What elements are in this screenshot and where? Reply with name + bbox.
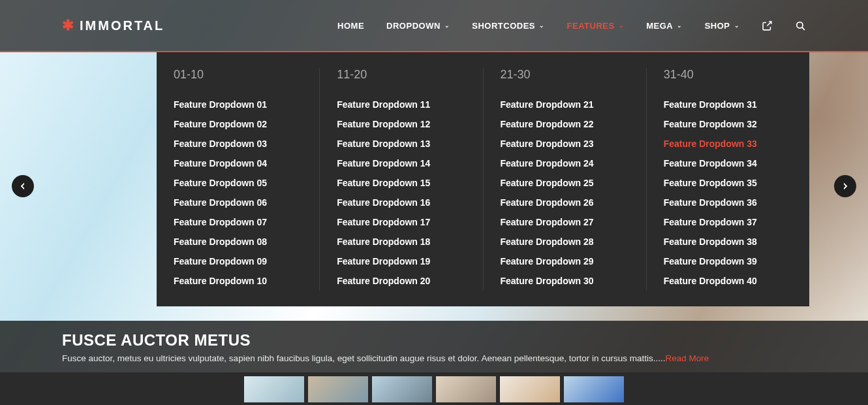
mega-menu-item[interactable]: Feature Dropdown 19 <box>337 251 465 271</box>
mega-menu-item[interactable]: Feature Dropdown 35 <box>664 173 792 193</box>
chevron-down-icon: ⌄ <box>619 22 625 29</box>
mega-menu-item[interactable]: Feature Dropdown 01 <box>174 95 302 114</box>
nav-mega[interactable]: MEGA ⌄ <box>646 21 683 31</box>
brand-name: IMMORTAL <box>80 18 164 33</box>
mega-menu-item[interactable]: Feature Dropdown 21 <box>501 95 629 114</box>
mega-menu-item[interactable]: Feature Dropdown 11 <box>337 95 465 114</box>
mega-menu-item[interactable]: Feature Dropdown 24 <box>501 154 629 173</box>
search-icon[interactable] <box>795 20 806 31</box>
features-mega-menu: 01-10Feature Dropdown 01Feature Dropdown… <box>157 52 809 306</box>
nav-dropdown[interactable]: DROPDOWN ⌄ <box>386 21 450 31</box>
thumbnail[interactable] <box>564 376 624 402</box>
mega-menu-item[interactable]: Feature Dropdown 09 <box>174 251 302 271</box>
mega-menu-item[interactable]: Feature Dropdown 18 <box>337 232 465 251</box>
chevron-down-icon: ⌄ <box>539 22 545 29</box>
slide-thumbnails <box>0 372 868 405</box>
mega-column-heading: 01-10 <box>174 68 302 82</box>
mega-menu-item[interactable]: Feature Dropdown 06 <box>174 193 302 212</box>
mega-menu-item[interactable]: Feature Dropdown 33 <box>664 134 792 154</box>
mega-menu-item[interactable]: Feature Dropdown 08 <box>174 232 302 251</box>
mega-menu-item[interactable]: Feature Dropdown 27 <box>501 212 629 232</box>
mega-menu-item[interactable]: Feature Dropdown 40 <box>664 271 792 291</box>
share-icon[interactable] <box>762 20 773 31</box>
chevron-down-icon: ⌄ <box>444 22 450 29</box>
caption-body: Fusce auctor, metus eu ultricies vulputa… <box>62 353 666 363</box>
nav-shop[interactable]: SHOP ⌄ <box>705 21 739 31</box>
mega-menu-item[interactable]: Feature Dropdown 30 <box>501 271 629 291</box>
svg-line-1 <box>802 27 805 29</box>
mega-column: 11-20Feature Dropdown 11Feature Dropdown… <box>320 68 483 291</box>
mega-menu-item[interactable]: Feature Dropdown 12 <box>337 114 465 134</box>
chevron-down-icon: ⌄ <box>734 22 740 29</box>
thumbnail[interactable] <box>436 376 496 402</box>
caption-text: Fusce auctor, metus eu ultricies vulputa… <box>62 353 806 363</box>
mega-menu-item[interactable]: Feature Dropdown 15 <box>337 173 465 193</box>
mega-menu-item[interactable]: Feature Dropdown 36 <box>664 193 792 212</box>
mega-menu-item[interactable]: Feature Dropdown 38 <box>664 232 792 251</box>
mega-menu-item[interactable]: Feature Dropdown 29 <box>501 251 629 271</box>
mega-menu-item[interactable]: Feature Dropdown 31 <box>664 95 792 114</box>
thumbnail[interactable] <box>372 376 432 402</box>
mega-column: 21-30Feature Dropdown 21Feature Dropdown… <box>484 68 647 291</box>
mega-menu-item[interactable]: Feature Dropdown 16 <box>337 193 465 212</box>
nav-home[interactable]: HOME <box>337 21 364 31</box>
mega-menu-item[interactable]: Feature Dropdown 03 <box>174 134 302 154</box>
logo-icon: ✱ <box>62 17 76 34</box>
mega-menu-item[interactable]: Feature Dropdown 05 <box>174 173 302 193</box>
mega-column-heading: 11-20 <box>337 68 465 82</box>
mega-menu-item[interactable]: Feature Dropdown 17 <box>337 212 465 232</box>
mega-menu-item[interactable]: Feature Dropdown 04 <box>174 154 302 173</box>
caption-title: FUSCE AUCTOR METUS <box>62 331 806 349</box>
mega-column: 01-10Feature Dropdown 01Feature Dropdown… <box>157 68 320 291</box>
mega-column-heading: 31-40 <box>664 68 792 82</box>
navbar: ✱ IMMORTAL HOME DROPDOWN ⌄ SHORTCODES ⌄ … <box>0 0 868 52</box>
mega-menu-item[interactable]: Feature Dropdown 39 <box>664 251 792 271</box>
thumbnail[interactable] <box>308 376 368 402</box>
read-more-link[interactable]: Read More <box>666 353 709 363</box>
mega-menu-item[interactable]: Feature Dropdown 22 <box>501 114 629 134</box>
carousel-prev-button[interactable] <box>12 175 34 197</box>
thumbnail[interactable] <box>244 376 304 402</box>
chevron-down-icon: ⌄ <box>677 22 683 29</box>
mega-menu-item[interactable]: Feature Dropdown 32 <box>664 114 792 134</box>
slide-caption: FUSCE AUCTOR METUS Fusce auctor, metus e… <box>0 321 868 372</box>
nav-links: HOME DROPDOWN ⌄ SHORTCODES ⌄ FEATURES ⌄ … <box>337 20 806 31</box>
nav-home-label: HOME <box>337 21 364 31</box>
brand-logo[interactable]: ✱ IMMORTAL <box>62 17 164 34</box>
nav-mega-label: MEGA <box>646 21 673 31</box>
carousel-next-button[interactable] <box>834 175 856 197</box>
svg-point-0 <box>797 22 803 27</box>
thumbnail[interactable] <box>500 376 560 402</box>
mega-menu-item[interactable]: Feature Dropdown 14 <box>337 154 465 173</box>
nav-dropdown-label: DROPDOWN <box>386 21 441 31</box>
mega-menu-item[interactable]: Feature Dropdown 28 <box>501 232 629 251</box>
mega-menu-item[interactable]: Feature Dropdown 37 <box>664 212 792 232</box>
mega-menu-item[interactable]: Feature Dropdown 26 <box>501 193 629 212</box>
mega-menu-item[interactable]: Feature Dropdown 10 <box>174 271 302 291</box>
mega-menu-item[interactable]: Feature Dropdown 25 <box>501 173 629 193</box>
mega-menu-item[interactable]: Feature Dropdown 07 <box>174 212 302 232</box>
mega-column-heading: 21-30 <box>501 68 629 82</box>
mega-menu-item[interactable]: Feature Dropdown 02 <box>174 114 302 134</box>
mega-menu-item[interactable]: Feature Dropdown 20 <box>337 271 465 291</box>
nav-shortcodes-label: SHORTCODES <box>472 21 535 31</box>
nav-features[interactable]: FEATURES ⌄ <box>567 21 625 31</box>
mega-menu-item[interactable]: Feature Dropdown 13 <box>337 134 465 154</box>
mega-menu-item[interactable]: Feature Dropdown 34 <box>664 154 792 173</box>
mega-menu-item[interactable]: Feature Dropdown 23 <box>501 134 629 154</box>
nav-features-label: FEATURES <box>567 21 615 31</box>
nav-shortcodes[interactable]: SHORTCODES ⌄ <box>472 21 544 31</box>
nav-shop-label: SHOP <box>705 21 730 31</box>
mega-column: 31-40Feature Dropdown 31Feature Dropdown… <box>647 68 809 291</box>
